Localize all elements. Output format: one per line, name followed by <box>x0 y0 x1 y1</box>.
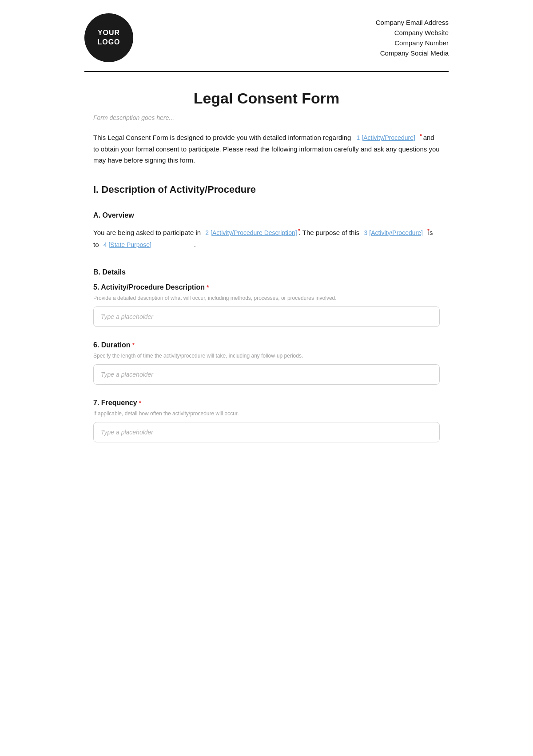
field-7-label: 7. Frequency * <box>93 399 440 407</box>
inline-num-4: 4 <box>103 239 107 251</box>
inline-field-2: 2 [Activity/Procedure Description] ● <box>205 227 297 239</box>
overview-paragraph: You are being asked to participate in 2 … <box>93 227 440 251</box>
company-info: Company Email Address Company Website Co… <box>376 19 449 57</box>
inline-required-2: ● <box>298 226 301 234</box>
field-group-5: 5. Activity/Procedure Description * Prov… <box>93 283 440 327</box>
logo-line1: YOUR <box>98 28 120 38</box>
overview-text-4: . <box>194 241 196 248</box>
logo-line2: LOGO <box>97 38 120 47</box>
field-6-label-text: 6. Duration <box>93 341 131 349</box>
field-6-hint: Specify the length of time the activity/… <box>93 352 440 360</box>
field-6-input[interactable] <box>93 364 440 385</box>
overview-text-2: . The purpose of this <box>299 229 359 236</box>
intro-text-1: This Legal Consent Form is designed to p… <box>93 134 351 141</box>
field-5-label-text: 5. Activity/Procedure Description <box>93 283 205 291</box>
company-number: Company Number <box>376 39 449 47</box>
inline-field-1: 1 [Activity/Procedure] ● <box>357 133 419 143</box>
company-social: Company Social Media <box>376 49 449 57</box>
inline-label-3: [Activity/Procedure] <box>369 227 423 239</box>
intro-paragraph: This Legal Consent Form is designed to p… <box>93 132 440 166</box>
form-description: Form description goes here... <box>93 114 440 121</box>
inline-num-1: 1 <box>357 133 360 143</box>
field-7-input[interactable] <box>93 422 440 442</box>
section-1-title: I. Description of Activity/Procedure <box>93 184 440 198</box>
inline-label-2: [Activity/Procedure Description] <box>211 227 297 239</box>
company-email: Company Email Address <box>376 19 449 26</box>
company-website: Company Website <box>376 29 449 36</box>
inline-field-4: 4 [State Purpose] <box>103 239 192 251</box>
field-7-required: * <box>139 399 141 406</box>
form-title: Legal Consent Form <box>93 90 440 107</box>
field-5-label: 5. Activity/Procedure Description * <box>93 283 440 291</box>
field-group-7: 7. Frequency * If applicable, detail how… <box>93 399 440 442</box>
field-5-hint: Provide a detailed description of what w… <box>93 294 440 302</box>
header: YOUR LOGO Company Email Address Company … <box>67 0 466 71</box>
main-content: Legal Consent Form Form description goes… <box>67 72 466 483</box>
inline-num-3: 3 <box>364 227 367 239</box>
inline-label-4: [State Purpose] <box>108 239 151 251</box>
field-5-required: * <box>207 284 209 291</box>
inline-num-2: 2 <box>205 227 209 239</box>
subsection-a-title: A. Overview <box>93 211 440 219</box>
inline-label-1: [Activity/Procedure] <box>362 133 415 143</box>
company-logo: YOUR LOGO <box>84 13 133 62</box>
field-6-label: 6. Duration * <box>93 341 440 349</box>
overview-text-1: You are being asked to participate in <box>93 229 201 236</box>
field-7-hint: If applicable, detail how often the acti… <box>93 410 440 418</box>
inline-required-1: ● <box>419 131 422 139</box>
field-group-6: 6. Duration * Specify the length of time… <box>93 341 440 385</box>
inline-field-3: 3 [Activity/Procedure] ● <box>364 227 426 239</box>
field-7-label-text: 7. Frequency <box>93 399 137 407</box>
subsection-b-title: B. Details <box>93 268 440 276</box>
inline-required-3: ● <box>427 226 430 234</box>
field-6-required: * <box>132 342 135 349</box>
field-5-input[interactable] <box>93 306 440 327</box>
